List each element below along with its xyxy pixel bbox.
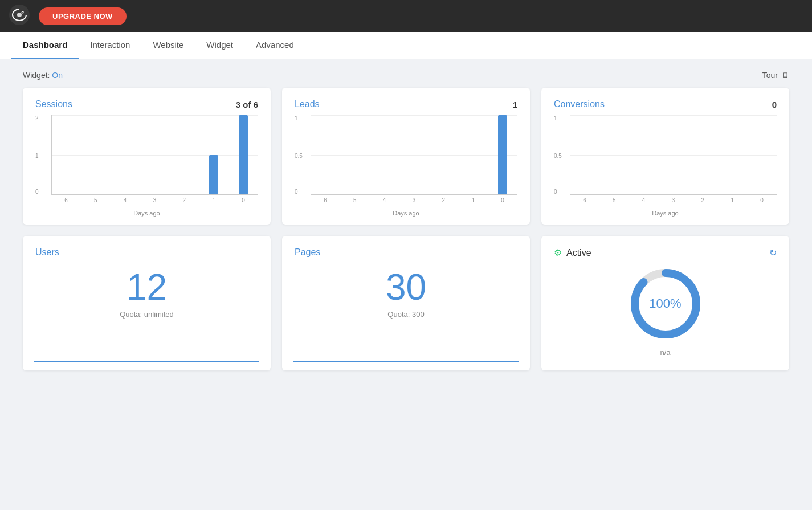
pages-bottom-line	[293, 361, 519, 362]
widget-status-text: Widget: On	[23, 71, 63, 80]
refresh-icon[interactable]: ↻	[769, 247, 777, 258]
leads-title: Leads	[295, 99, 320, 109]
tour-button[interactable]: Tour 🖥	[762, 71, 789, 80]
bottom-cards-row: Users 12 Quota: unlimited Pages 30 Quota…	[23, 236, 789, 370]
top-cards-row: Sessions 3 of 6 2 1 0	[23, 88, 789, 225]
donut-chart-container: 100% n/a	[554, 258, 777, 362]
active-label: ⚙ Active	[554, 247, 591, 258]
sessions-chart: 2 1 0 6 5	[35, 115, 258, 206]
users-title: Users	[35, 247, 258, 258]
conversions-axis-title: Days ago	[554, 210, 777, 217]
sessions-count: 3 of 6	[236, 100, 258, 109]
active-card: ⚙ Active ↻ 100% n/a	[541, 236, 789, 370]
donut-chart: 100%	[626, 264, 705, 344]
upgrade-button[interactable]: UPGRADE NOW	[39, 7, 127, 25]
pages-number: 30	[295, 269, 517, 305]
conversions-title: Conversions	[554, 99, 605, 109]
users-number: 12	[35, 269, 258, 305]
leads-chart: 1 0.5 0 6 5 4	[295, 115, 517, 206]
sessions-card: Sessions 3 of 6 2 1 0	[23, 88, 271, 225]
users-bottom-line	[34, 361, 259, 362]
svg-point-1	[17, 13, 22, 17]
users-quota: Quota: unlimited	[35, 310, 258, 319]
page-content: Widget: On Tour 🖥 Sessions 3 of 6 2	[0, 59, 812, 382]
leads-axis-title: Days ago	[295, 210, 517, 217]
leads-card: Leads 1 1 0.5 0	[282, 88, 530, 225]
topbar: UPGRADE NOW	[0, 0, 812, 32]
tab-widget[interactable]: Widget	[195, 32, 244, 59]
logo	[9, 5, 30, 27]
conversions-chart: 1 0.5 0 6 5 4	[554, 115, 777, 206]
tab-interaction[interactable]: Interaction	[79, 32, 141, 59]
widget-status-bar: Widget: On Tour 🖥	[23, 71, 789, 80]
pages-title: Pages	[295, 247, 517, 258]
donut-sub: n/a	[660, 348, 670, 357]
tab-dashboard[interactable]: Dashboard	[11, 32, 79, 59]
sessions-axis-title: Days ago	[35, 210, 258, 217]
pages-quota: Quota: 300	[295, 310, 517, 319]
users-card: Users 12 Quota: unlimited	[23, 236, 271, 370]
donut-percentage: 100%	[649, 296, 681, 311]
conversions-card: Conversions 0 1 0.5 0	[541, 88, 789, 225]
nav-tabs: Dashboard Interaction Website Widget Adv…	[0, 32, 812, 59]
sessions-title: Sessions	[35, 99, 72, 109]
pages-card: Pages 30 Quota: 300	[282, 236, 530, 370]
tab-website[interactable]: Website	[141, 32, 195, 59]
monitor-icon: 🖥	[781, 71, 789, 80]
gear-icon: ⚙	[554, 247, 562, 258]
tab-advanced[interactable]: Advanced	[244, 32, 305, 59]
sessions-header: Sessions 3 of 6	[35, 99, 258, 109]
leads-header: Leads 1	[295, 99, 517, 109]
conversions-count: 0	[772, 100, 777, 109]
leads-count: 1	[513, 100, 517, 109]
conversions-header: Conversions 0	[554, 99, 777, 109]
active-header: ⚙ Active ↻	[554, 247, 777, 258]
